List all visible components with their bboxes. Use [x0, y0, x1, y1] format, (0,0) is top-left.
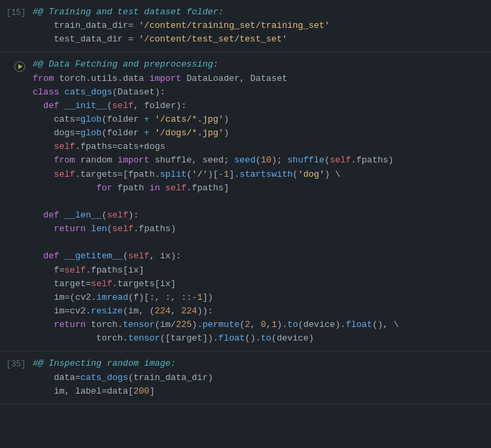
token-var: self	[128, 251, 149, 261]
cell-cell-15: [15]#@ Training and test dataset folder:…	[0, 0, 491, 52]
code-line: def __len__(self):	[33, 209, 483, 222]
code-line: test_data_dir = '/content/test_set/test_…	[33, 33, 483, 46]
code-line: from torch.utils.data import DataLoader,…	[33, 72, 483, 86]
token-plain: , folder):	[133, 101, 186, 111]
token-fn: shuffle	[288, 155, 325, 165]
token-plain: (device)	[271, 333, 314, 343]
token-num: 10	[261, 155, 272, 165]
token-plain: (), \	[372, 320, 399, 330]
token-plain: torch.	[33, 333, 128, 343]
token-plain	[33, 320, 54, 330]
token-num: 224	[154, 306, 170, 316]
code-line: data=cats_dogs(train_data_dir)	[33, 371, 483, 385]
token-var: self	[112, 224, 133, 234]
token-kw: return	[54, 320, 86, 330]
token-plain: ) \	[324, 169, 340, 179]
token-kw: in	[150, 183, 160, 193]
token-plain: ).	[277, 320, 288, 330]
token-var: self	[65, 265, 86, 275]
token-plain: (	[107, 101, 112, 111]
token-var: self	[165, 183, 186, 193]
cell-number: [35]	[6, 358, 26, 371]
token-op: -	[192, 292, 197, 303]
code-line: from random import shuffle, seed; seed(1…	[33, 154, 483, 167]
token-plain: (train_data_dir)	[128, 373, 213, 383]
token-plain: (	[292, 169, 298, 179]
code-line: dogs=glob(folder + '/dogs/*.jpg')	[33, 126, 483, 140]
run-button[interactable]	[14, 61, 26, 73]
token-plain: shuffle, seed;	[150, 155, 235, 165]
token-kw: return	[54, 224, 86, 234]
token-cm-hl: #@ Inspecting random image:	[33, 358, 176, 368]
cell-content: #@ Inspecting random image: data=cats_do…	[33, 357, 491, 398]
token-plain	[33, 141, 54, 152]
token-plain: (Dataset):	[112, 87, 165, 97]
token-var: self	[107, 210, 128, 220]
token-plain: ]	[150, 386, 155, 396]
cell-cell-35: [35]#@ Inspecting random image: data=cat…	[0, 351, 491, 404]
token-fn: imread	[97, 292, 129, 303]
token-plain: .fpaths)	[351, 155, 393, 165]
token-kw: from	[33, 73, 54, 84]
token-plain: )	[224, 114, 229, 124]
token-plain: im, label=data[	[33, 386, 133, 396]
token-fn: glob	[80, 128, 101, 138]
token-plain	[33, 224, 54, 234]
token-num: 224	[181, 306, 197, 316]
token-kw: from	[54, 155, 75, 165]
token-fn: tensor	[128, 333, 160, 343]
token-plain: .fpaths]	[186, 183, 228, 193]
token-plain: ,	[266, 320, 271, 330]
token-fn: to	[288, 320, 299, 330]
token-plain: .targets[ix]	[112, 279, 176, 289]
token-plain: train_data_dir=	[33, 20, 139, 31]
token-plain: ):	[128, 210, 139, 220]
token-plain: ,	[171, 306, 182, 316]
code-line: #@ Training and test dataset folder:	[33, 5, 483, 19]
token-fn: split	[160, 169, 186, 179]
token-var: self	[54, 169, 75, 179]
token-plain: f=	[33, 265, 65, 275]
svg-marker-1	[18, 65, 22, 69]
token-plain: (	[239, 320, 245, 330]
token-fn: glob	[80, 114, 101, 124]
code-line: #@ Inspecting random image:	[33, 357, 483, 371]
token-plain: , ix):	[150, 251, 182, 261]
token-fn: resize	[91, 306, 123, 316]
token-plain: (	[107, 224, 112, 234]
token-fn: seed	[235, 155, 256, 165]
token-num: 1	[224, 169, 229, 179]
token-plain	[33, 251, 44, 261]
token-str: 'dog'	[298, 169, 324, 179]
token-plain: fpath	[112, 183, 150, 193]
code-line: def __getitem__(self, ix):	[33, 249, 483, 263]
token-plain	[59, 251, 65, 261]
token-fn: permute	[203, 320, 240, 330]
token-plain: random	[75, 155, 117, 165]
token-plain	[33, 183, 97, 193]
notebook: [15]#@ Training and test dataset folder:…	[0, 0, 491, 404]
token-plain: torch.	[86, 320, 123, 330]
token-num: 2	[245, 320, 250, 330]
token-num: 200	[133, 386, 149, 396]
token-var: self	[112, 101, 133, 111]
token-fn: startswith	[239, 169, 292, 179]
token-num: 1	[197, 292, 203, 303]
token-num: 225	[176, 320, 192, 330]
token-plain: (device).	[298, 320, 345, 330]
code-line: im=(cv2.imread(f)[:, :, ::-1])	[33, 291, 483, 305]
code-line: return torch.tensor(im/225).permute(2, 0…	[33, 318, 483, 332]
token-plain	[160, 183, 165, 193]
token-op: -	[218, 169, 224, 179]
token-kw: def	[44, 101, 59, 111]
token-plain	[59, 210, 65, 220]
token-plain: test_data_dir =	[33, 34, 139, 44]
cell-gutter: [35]	[0, 357, 33, 398]
token-plain: target=	[33, 279, 91, 289]
token-var: self	[330, 155, 351, 165]
code-line: self.fpaths=cats+dogs	[33, 140, 483, 154]
code-line: im=cv2.resize(im, (224, 224)):	[33, 305, 483, 318]
code-line: f=self.fpaths[ix]	[33, 264, 483, 277]
token-plain: ([target]).	[160, 333, 218, 343]
code-line: return len(self.fpaths)	[33, 222, 483, 236]
